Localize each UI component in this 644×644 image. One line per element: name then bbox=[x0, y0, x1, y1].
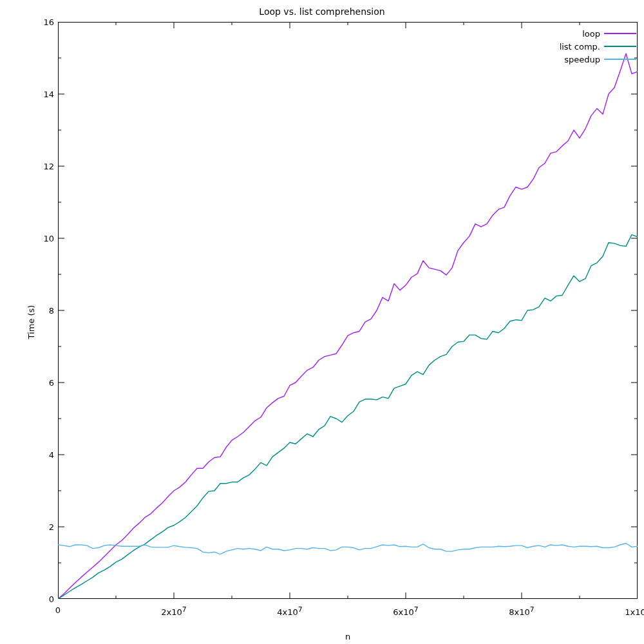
y-tick-label: 0 bbox=[49, 594, 54, 604]
x-tick-label: 6x107 bbox=[393, 605, 418, 617]
legend-item-speedup: speedup bbox=[560, 53, 636, 66]
plot-area bbox=[58, 22, 638, 599]
legend-swatch bbox=[604, 59, 636, 60]
y-tick-label: 4 bbox=[49, 450, 54, 460]
x-tick-row: 02x1074x1076x1078x1071x108 bbox=[58, 605, 638, 618]
plot-svg bbox=[58, 22, 638, 599]
x-tick-label: 8x107 bbox=[509, 605, 534, 617]
svg-rect-0 bbox=[59, 23, 638, 599]
y-tick-label: 10 bbox=[43, 234, 54, 243]
legend-item-loop: loop bbox=[560, 27, 636, 40]
x-axis-label: n bbox=[58, 632, 638, 641]
legend-swatch bbox=[604, 46, 636, 47]
x-tick-label: 2x107 bbox=[161, 605, 186, 617]
legend-label: list comp. bbox=[560, 42, 600, 52]
y-tick-label: 6 bbox=[49, 378, 54, 388]
legend-label: speedup bbox=[564, 55, 600, 64]
legend: loop list comp. speedup bbox=[560, 27, 636, 66]
y-tick-label: 14 bbox=[43, 90, 54, 99]
y-tick-label: 2 bbox=[49, 522, 54, 532]
legend-swatch bbox=[604, 33, 636, 34]
x-tick-label: 1x108 bbox=[625, 605, 644, 617]
y-tick-label: 8 bbox=[49, 306, 54, 316]
y-tick-label: 16 bbox=[43, 17, 54, 27]
legend-label: loop bbox=[582, 29, 600, 39]
y-tick-label: 12 bbox=[43, 162, 54, 171]
x-tick-label: 4x107 bbox=[277, 605, 302, 617]
chart-title: Loop vs. list comprehension bbox=[0, 6, 644, 17]
x-tick-label: 0 bbox=[55, 605, 61, 615]
y-tick-col: 0246810121416 bbox=[0, 22, 54, 599]
legend-item-listcomp: list comp. bbox=[560, 40, 636, 53]
